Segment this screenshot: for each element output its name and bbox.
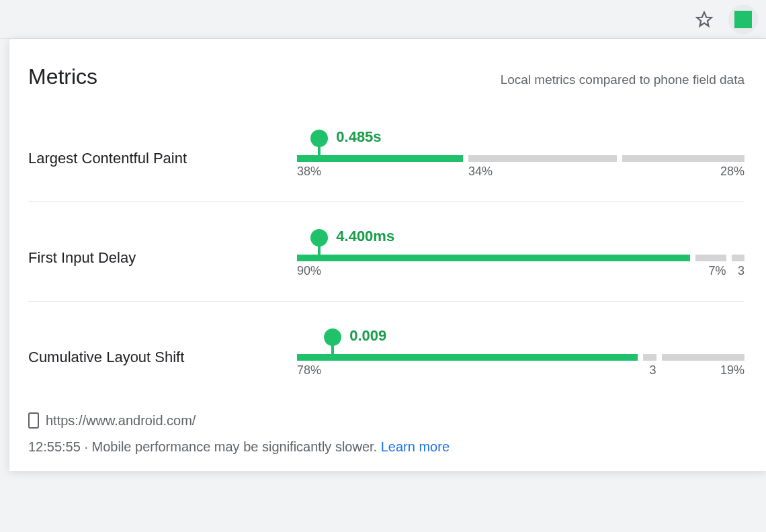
- metric-chart: 0.485s38%34%28%: [297, 130, 744, 179]
- footer-info-row: 12:55:55 · Mobile performance may be sig…: [28, 439, 744, 455]
- browser-toolbar: [0, 0, 766, 39]
- popup-header: Metrics Local metrics compared to phone …: [28, 64, 744, 89]
- local-value-pin: 0.009: [324, 328, 341, 355]
- local-value: 0.009: [349, 327, 386, 345]
- learn-more-link[interactable]: Learn more: [381, 439, 450, 454]
- segment-good: [297, 354, 638, 361]
- bookmark-star-button[interactable]: [691, 6, 718, 33]
- local-value-pin: 4.400ms: [310, 229, 328, 256]
- metric-row: Largest Contentful Paint0.485s38%34%28%: [28, 130, 744, 202]
- performance-note: Mobile performance may be significantly …: [92, 439, 378, 454]
- pin-icon: [310, 229, 328, 256]
- segment-ni: [643, 354, 656, 361]
- segment-good: [297, 255, 690, 261]
- distribution-bar: [297, 255, 744, 261]
- local-value: 0.485s: [336, 128, 381, 146]
- metric-row: Cumulative Layout Shift0.00978%319%: [28, 328, 744, 396]
- web-vitals-popup: Metrics Local metrics compared to phone …: [9, 39, 766, 471]
- segment-label: 28%: [622, 165, 744, 179]
- metric-row: First Input Delay4.400ms90%7%3: [28, 229, 744, 302]
- popup-subtitle: Local metrics compared to phone field da…: [501, 73, 744, 87]
- distribution-labels: 38%34%28%: [297, 165, 744, 179]
- segment-poor: [622, 155, 744, 162]
- distribution-labels: 78%319%: [297, 363, 744, 378]
- page-url: https://www.android.com/: [46, 413, 196, 429]
- segment-label: 34%: [468, 165, 617, 179]
- distribution-bar: [297, 155, 744, 162]
- segment-label: 3: [643, 363, 656, 378]
- timestamp: 12:55:55: [28, 439, 81, 454]
- metric-name: Largest Contentful Paint: [28, 130, 297, 167]
- segment-poor: [662, 354, 745, 361]
- distribution-labels: 90%7%3: [297, 264, 744, 278]
- popup-title: Metrics: [28, 64, 97, 89]
- segment-label: 3: [732, 264, 744, 278]
- metric-chart: 4.400ms90%7%3: [297, 229, 744, 278]
- segment-ni: [468, 155, 617, 162]
- local-value: 4.400ms: [336, 228, 394, 245]
- phone-icon: [28, 412, 39, 429]
- distribution-bar: [297, 354, 744, 361]
- metric-chart: 0.00978%319%: [297, 328, 744, 378]
- svg-marker-0: [697, 12, 712, 26]
- segment-label: 38%: [297, 165, 463, 179]
- pin-icon: [310, 130, 328, 157]
- star-icon: [695, 11, 713, 28]
- segment-ni: [695, 255, 726, 261]
- segment-poor: [732, 255, 744, 261]
- segment-label: 90%: [297, 264, 690, 278]
- extension-button[interactable]: [728, 5, 758, 34]
- pin-icon: [324, 328, 341, 355]
- popup-footer: https://www.android.com/ 12:55:55 · Mobi…: [28, 412, 744, 455]
- metric-name: First Input Delay: [28, 229, 297, 267]
- footer-url-row: https://www.android.com/: [28, 412, 744, 429]
- extension-status-icon: [734, 11, 752, 28]
- segment-label: 19%: [662, 363, 745, 378]
- segment-label: 7%: [695, 264, 726, 278]
- local-value-pin: 0.485s: [310, 130, 328, 157]
- metric-name: Cumulative Layout Shift: [28, 328, 297, 366]
- segment-label: 78%: [297, 363, 638, 378]
